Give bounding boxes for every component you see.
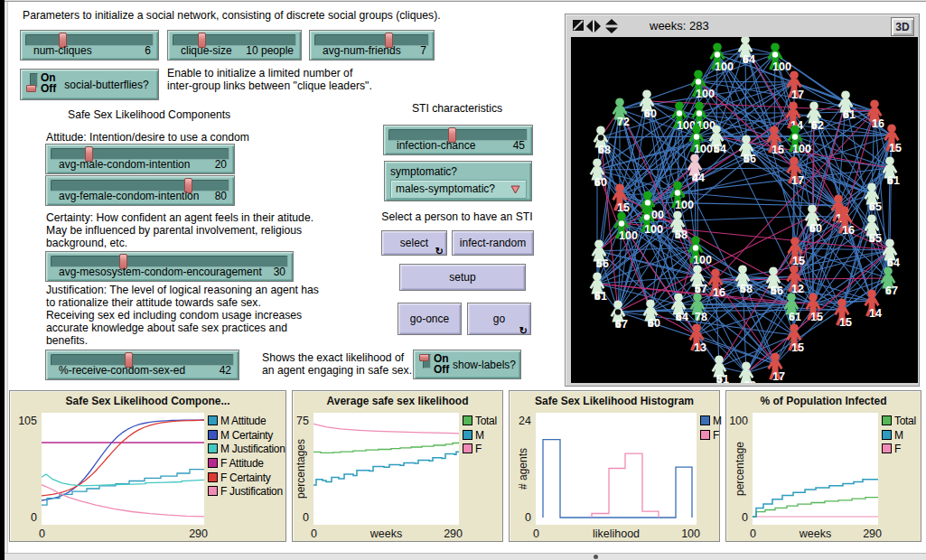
svg-text:68: 68 xyxy=(598,144,611,156)
svg-text:100: 100 xyxy=(696,88,715,100)
svg-text:54: 54 xyxy=(714,143,726,155)
svg-text:17: 17 xyxy=(791,174,804,187)
svg-text:16: 16 xyxy=(713,286,725,299)
svg-text:13: 13 xyxy=(694,341,706,354)
svg-text:64: 64 xyxy=(743,53,755,66)
svg-text:60: 60 xyxy=(594,176,607,189)
svg-text:15: 15 xyxy=(810,311,823,323)
svg-text:65: 65 xyxy=(869,201,882,213)
svg-text:61: 61 xyxy=(594,290,607,303)
svg-text:58: 58 xyxy=(675,229,687,241)
svg-text:64: 64 xyxy=(676,311,688,323)
svg-text:56: 56 xyxy=(596,257,609,270)
svg-text:60: 60 xyxy=(809,222,822,235)
svg-text:100: 100 xyxy=(694,143,713,155)
svg-text:100: 100 xyxy=(675,199,694,211)
svg-text:51: 51 xyxy=(716,373,729,383)
svg-text:15: 15 xyxy=(772,144,784,156)
svg-text:100: 100 xyxy=(792,143,811,155)
svg-text:61: 61 xyxy=(789,311,801,323)
svg-text:60: 60 xyxy=(648,317,660,330)
svg-text:61: 61 xyxy=(843,108,856,121)
svg-text:60: 60 xyxy=(644,107,657,120)
svg-text:100: 100 xyxy=(619,229,638,242)
svg-text:67: 67 xyxy=(615,318,628,331)
svg-text:58: 58 xyxy=(740,283,753,295)
svg-text:100: 100 xyxy=(644,223,663,236)
svg-text:55: 55 xyxy=(869,232,882,245)
svg-text:15: 15 xyxy=(889,142,902,154)
svg-text:62: 62 xyxy=(744,379,756,383)
svg-text:14: 14 xyxy=(869,307,882,320)
svg-text:56: 56 xyxy=(744,153,756,165)
svg-text:17: 17 xyxy=(772,370,785,383)
svg-text:67: 67 xyxy=(885,285,898,297)
svg-text:72: 72 xyxy=(617,116,630,128)
svg-text:56: 56 xyxy=(771,285,783,297)
svg-text:78: 78 xyxy=(695,311,707,323)
svg-text:100: 100 xyxy=(772,61,791,73)
svg-text:100: 100 xyxy=(693,254,712,266)
svg-text:61: 61 xyxy=(887,174,900,187)
svg-text:62: 62 xyxy=(811,119,824,132)
svg-text:44: 44 xyxy=(692,172,705,184)
svg-text:15: 15 xyxy=(839,316,852,329)
svg-text:15: 15 xyxy=(791,341,804,354)
svg-text:16: 16 xyxy=(842,224,855,237)
svg-text:17: 17 xyxy=(791,89,804,101)
svg-text:16: 16 xyxy=(872,117,884,130)
svg-text:100: 100 xyxy=(715,61,734,73)
